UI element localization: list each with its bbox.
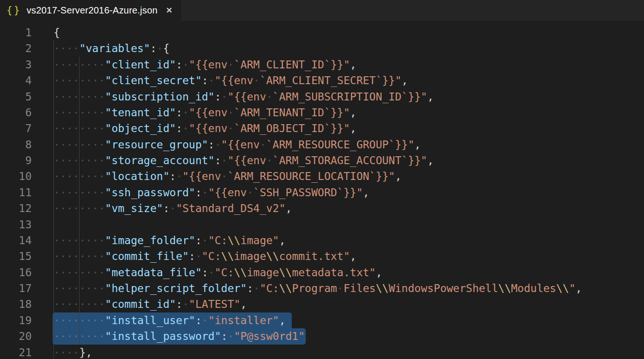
code-line-text: ········"install_password":·"P@ssw0rd1" — [54, 328, 306, 344]
code-line[interactable]: 19········"install_user":·"installer", — [0, 312, 644, 328]
token-str: "{{env — [221, 139, 260, 151]
code-line[interactable]: 20········"install_password":·"P@ssw0rd1… — [0, 328, 644, 344]
code-line[interactable]: 14········"image_folder":·"C:\\image", — [0, 233, 644, 248]
token-key: "helper_script_folder" — [105, 282, 247, 294]
whitespace-dots: · — [253, 282, 260, 294]
token-str: "{{env — [189, 106, 228, 119]
token-pun: : — [215, 154, 221, 166]
whitespace-dots: · — [247, 186, 253, 199]
code-line[interactable]: 10········"location":·"{{env·`ARM_RESOUR… — [0, 168, 644, 184]
token-pun: , — [363, 186, 369, 199]
whitespace-dots: · — [195, 250, 202, 262]
code-line[interactable]: 15········"commit_file":·"C:\\image\\com… — [0, 248, 644, 264]
code-line[interactable]: 8········"resource_group":·"{{env·`ARM_R… — [0, 137, 644, 153]
whitespace-dots: · — [176, 170, 182, 182]
whitespace-dots: · — [221, 170, 228, 182]
code-line-text: ········"client_id":·"{{env·`ARM_CLIENT_… — [54, 57, 356, 73]
token-esc: \\ — [234, 266, 247, 279]
token-pun: : — [176, 298, 182, 310]
code-line[interactable]: 4········"client_secret":·"{{env·`ARM_CL… — [0, 73, 644, 88]
line-number: 2 — [0, 40, 32, 56]
token-esc: \\ — [556, 282, 569, 294]
whitespace-dots: · — [202, 234, 208, 246]
whitespace-dots: · — [208, 74, 215, 86]
whitespace-dots: · — [182, 298, 189, 310]
token-pun: , — [241, 298, 247, 310]
token-key: "install_user" — [105, 314, 195, 326]
line-number: 15 — [0, 248, 32, 264]
code-line-text: ········"install_user":·"installer", — [54, 312, 292, 328]
whitespace-dots: · — [215, 139, 221, 151]
code-line-text: { — [54, 25, 60, 40]
token-pun: : — [163, 202, 169, 214]
whitespace-dots: · — [266, 91, 273, 103]
token-str: `ARM_SUBSCRIPTION_ID`}}" — [273, 91, 427, 103]
line-number: 9 — [0, 153, 32, 168]
token-pun: : — [176, 59, 182, 71]
token-str: "LATEST" — [189, 298, 241, 310]
token-str: "installer" — [208, 314, 279, 326]
token-str: commit.txt" — [279, 250, 350, 262]
line-number: 18 — [0, 296, 32, 312]
token-str: Files — [343, 282, 376, 294]
code-line[interactable]: 16········"metadata_file":·"C:\\image\\m… — [0, 265, 644, 280]
token-pun: , — [395, 170, 402, 182]
whitespace-dots: · — [202, 186, 208, 199]
whitespace-dots: ···· — [54, 346, 79, 359]
token-str: `ARM_TENANT_ID`}}" — [234, 106, 350, 119]
token-pun: , — [279, 234, 286, 246]
line-number: 8 — [0, 137, 32, 153]
code-line[interactable]: 21····}, — [0, 345, 644, 359]
whitespace-dots: · — [337, 282, 343, 294]
token-esc: \\ — [376, 282, 389, 294]
token-pun: , — [402, 74, 408, 86]
token-pun: { — [54, 27, 60, 39]
code-line[interactable]: 1{ — [0, 25, 644, 40]
code-line[interactable]: 13 — [0, 217, 644, 233]
code-line[interactable]: 3········"client_id":·"{{env·`ARM_CLIENT… — [0, 57, 644, 73]
code-line[interactable]: 2····"variables":·{ — [0, 40, 644, 56]
token-str: image — [247, 266, 279, 279]
selection-highlight: ········"install_user":·"installer", — [53, 312, 292, 328]
tab-vs2017-server2016-azure-json[interactable]: {} vs2017-Server2016-Azure.json ✕ — [0, 0, 181, 21]
token-pun: : — [176, 106, 182, 119]
token-pun: : — [150, 42, 157, 54]
token-str: "{{env — [189, 59, 228, 71]
token-str: image" — [241, 234, 279, 246]
token-str: Modules — [511, 282, 556, 294]
token-str: `ARM_STORAGE_ACCOUNT`}}" — [273, 154, 427, 166]
token-key: "client_id" — [105, 59, 176, 71]
token-str: "{{env — [228, 91, 266, 103]
tab-title: vs2017-Server2016-Azure.json — [27, 5, 157, 16]
token-str: "Standard_DS4_v2" — [176, 202, 285, 214]
token-key: "image_folder" — [105, 234, 195, 246]
line-number: 5 — [0, 89, 32, 105]
token-pun: , — [427, 91, 434, 103]
code-line[interactable]: 6········"tenant_id":·"{{env·`ARM_TENANT… — [0, 105, 644, 120]
code-line[interactable]: 12········"vm_size":·"Standard_DS4_v2", — [0, 200, 644, 216]
code-line[interactable]: 7········"object_id":·"{{env·`ARM_OBJECT… — [0, 120, 644, 136]
code-area[interactable]: 1{2····"variables":·{3········"client_id… — [0, 21, 644, 359]
code-line[interactable]: 17········"helper_script_folder":·"C:\\P… — [0, 280, 644, 296]
code-line[interactable]: 18········"commit_id":·"LATEST", — [0, 296, 644, 312]
token-key: "ssh_password" — [105, 186, 195, 199]
code-line[interactable]: 11········"ssh_password":·"{{env·`SSH_PA… — [0, 185, 644, 200]
token-str: " — [569, 282, 576, 294]
code-line[interactable]: 5········"subscription_id":·"{{env·`ARM_… — [0, 89, 644, 105]
code-line-text: ········"commit_id":·"LATEST", — [54, 296, 247, 312]
token-pun: , — [376, 266, 382, 279]
code-line-text: ········"location":·"{{env·`ARM_RESOURCE… — [54, 168, 402, 184]
code-line-text: ········"image_folder":·"C:\\image", — [54, 233, 286, 248]
token-str: `ARM_RESOURCE_GROUP`}}" — [266, 139, 415, 151]
token-esc: \\ — [279, 282, 292, 294]
token-str: "C: — [208, 234, 228, 246]
token-pun: : — [195, 314, 202, 326]
whitespace-dots: · — [253, 74, 260, 86]
tab-bar: {} vs2017-Server2016-Azure.json ✕ — [0, 0, 644, 21]
code-line-text: ········"commit_file":·"C:\\image\\commi… — [54, 248, 356, 264]
code-line[interactable]: 9········"storage_account":·"{{env·`ARM_… — [0, 153, 644, 168]
tab-close-icon[interactable]: ✕ — [166, 7, 173, 14]
line-number: 1 — [0, 25, 32, 40]
whitespace-dots: · — [228, 59, 234, 71]
whitespace-dots: · — [182, 106, 189, 119]
